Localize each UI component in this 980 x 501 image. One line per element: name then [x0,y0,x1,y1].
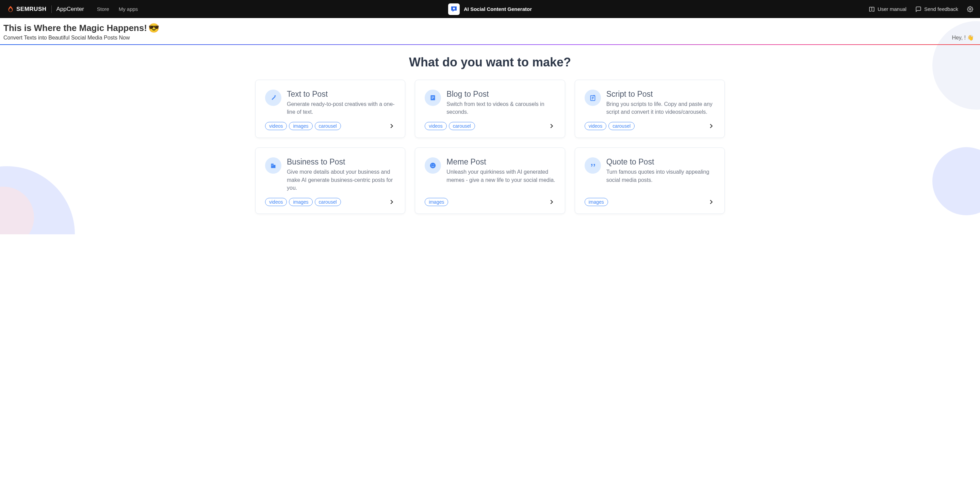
sunglasses-emoji-icon: 😎 [148,23,159,34]
svg-rect-3 [432,96,434,97]
svg-point-17 [431,164,432,165]
header-right: User manual Send feedback [869,6,973,12]
hero-subtitle: Convert Texts into Beautiful Social Medi… [3,35,159,41]
app-name: AI Social Content Generator [464,6,532,12]
bg-decoration [0,187,34,235]
semrush-flame-icon [7,5,14,13]
bg-decoration [932,147,980,215]
building-icon [265,157,282,174]
card-desc: Switch from text to videos & carousels i… [447,100,555,116]
card-desc: Turn famous quotes into visually appeali… [606,168,715,183]
card-title: Meme Post [447,157,555,166]
appcenter-label[interactable]: AppCenter [56,6,84,13]
semrush-logo[interactable]: SEMRUSH [7,5,47,13]
card-tags: images [585,198,608,206]
send-feedback-link[interactable]: Send feedback [915,6,958,12]
nav-links: Store My apps [97,6,138,12]
current-app: AI Social Content Generator [448,3,532,15]
wave-emoji-icon: 👋 [967,34,974,41]
card-text-to-post[interactable]: Text to Post Generate ready-to-post crea… [255,80,405,138]
greeting: Hey, ! 👋 [952,34,977,41]
user-manual-label: User manual [878,6,907,12]
nav-my-apps[interactable]: My apps [119,6,138,12]
magic-wand-icon [265,89,282,106]
card-desc: Unleash your quirkiness with AI generate… [447,168,555,183]
card-desc: Bring you scripts to life. Copy and past… [606,100,715,116]
card-title: Quote to Post [606,157,715,166]
card-tags: videos carousel [585,122,635,130]
main-heading: What do you want to make? [27,55,953,70]
chevron-right-icon [548,122,555,130]
svg-point-0 [453,8,455,10]
hero-title-text: This is Where the Magic Happens! [3,23,147,34]
card-script-to-post[interactable]: Script to Post Bring you scripts to life… [575,80,725,138]
logo-group: SEMRUSH AppCenter [7,5,84,13]
tag: videos [265,198,287,206]
svg-rect-12 [272,165,272,165]
tag: carousel [315,198,341,206]
svg-rect-11 [274,165,275,168]
nav-store[interactable]: Store [97,6,109,12]
tag: images [585,198,608,206]
gear-icon [967,6,973,12]
semrush-brand-text: SEMRUSH [16,6,47,13]
tag: carousel [449,122,475,130]
tag: images [289,122,312,130]
svg-rect-4 [432,97,434,98]
card-tags: videos carousel [425,122,475,130]
chevron-right-icon [388,122,395,130]
svg-rect-14 [272,166,272,166]
top-header: SEMRUSH AppCenter Store My apps AI Socia… [0,0,980,18]
svg-rect-15 [272,166,273,166]
vertical-divider [51,5,52,13]
svg-point-1 [969,8,971,10]
svg-rect-10 [271,164,274,168]
svg-point-18 [434,164,434,165]
tag: videos [265,122,287,130]
greeting-text: Hey, ! [952,35,966,41]
hero-left: This is Where the Magic Happens! 😎 Conve… [3,23,159,41]
main-content: What do you want to make? Text to Post G… [0,45,980,235]
tag: videos [585,122,606,130]
card-title: Script to Post [606,89,715,99]
card-title: Text to Post [287,89,395,99]
smile-icon [425,157,441,174]
chat-icon [915,6,921,12]
document-icon [425,89,441,106]
tag: videos [425,122,447,130]
app-icon [448,3,460,15]
svg-point-16 [430,163,436,169]
card-desc: Give more details about your business an… [287,168,395,192]
card-title: Blog to Post [447,89,555,99]
chevron-right-icon [388,198,395,206]
hero-title: This is Where the Magic Happens! 😎 [3,23,159,34]
tag: images [289,198,312,206]
bg-decoration [0,166,75,235]
book-icon [869,6,875,12]
chevron-right-icon [548,198,555,206]
tag: images [425,198,448,206]
cards-grid: Text to Post Generate ready-to-post crea… [255,80,725,214]
hero-section: This is Where the Magic Happens! 😎 Conve… [0,18,980,44]
chevron-right-icon [708,122,715,130]
script-icon [585,89,601,106]
send-feedback-label: Send feedback [924,6,958,12]
card-blog-to-post[interactable]: Blog to Post Switch from text to videos … [415,80,565,138]
settings-button[interactable] [967,6,973,12]
card-business-to-post[interactable]: Business to Post Give more details about… [255,147,405,214]
tag: carousel [315,122,341,130]
quote-icon [585,157,601,174]
card-tags: videos images carousel [265,198,341,206]
card-desc: Generate ready-to-post creatives with a … [287,100,395,116]
card-tags: videos images carousel [265,122,341,130]
card-tags: images [425,198,448,206]
card-title: Business to Post [287,157,395,166]
chevron-right-icon [708,198,715,206]
user-manual-link[interactable]: User manual [869,6,907,12]
tag: carousel [608,122,635,130]
card-quote-to-post[interactable]: Quote to Post Turn famous quotes into vi… [575,147,725,214]
svg-rect-13 [272,165,273,165]
card-meme-post[interactable]: Meme Post Unleash your quirkiness with A… [415,147,565,214]
